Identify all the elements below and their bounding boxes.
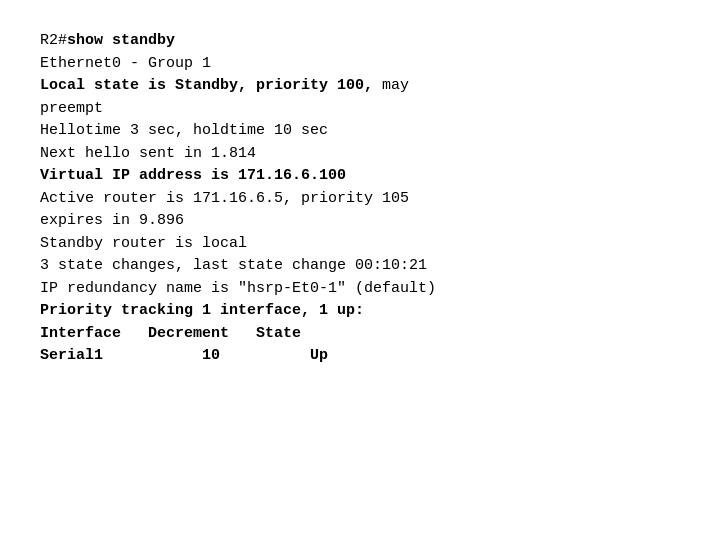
terminal-line-12: IP redundancy name is "hsrp-Et0-1" (defa… [40, 278, 680, 301]
terminal-line-9: expires in 9.896 [40, 210, 680, 233]
terminal-line-2: Ethernet0 - Group 1 [40, 53, 680, 76]
terminal-line-8: Active router is 171.16.6.5, priority 10… [40, 188, 680, 211]
terminal-line-5: Hellotime 3 sec, holdtime 10 sec [40, 120, 680, 143]
terminal-line-1: R2#show standby [40, 30, 680, 53]
terminal-output: R2#show standby Ethernet0 - Group 1 Loca… [0, 0, 720, 398]
terminal-line-11: 3 state changes, last state change 00:10… [40, 255, 680, 278]
terminal-line-15: Serial1 10 Up [40, 345, 680, 368]
terminal-line-3: Local state is Standby, priority 100, ma… [40, 75, 680, 98]
terminal-line-13: Priority tracking 1 interface, 1 up: [40, 300, 680, 323]
terminal-line-6: Next hello sent in 1.814 [40, 143, 680, 166]
terminal-line-10: Standby router is local [40, 233, 680, 256]
terminal-line-7: Virtual IP address is 171.16.6.100 [40, 165, 680, 188]
terminal-line-4: preempt [40, 98, 680, 121]
terminal-line-14: Interface Decrement State [40, 323, 680, 346]
